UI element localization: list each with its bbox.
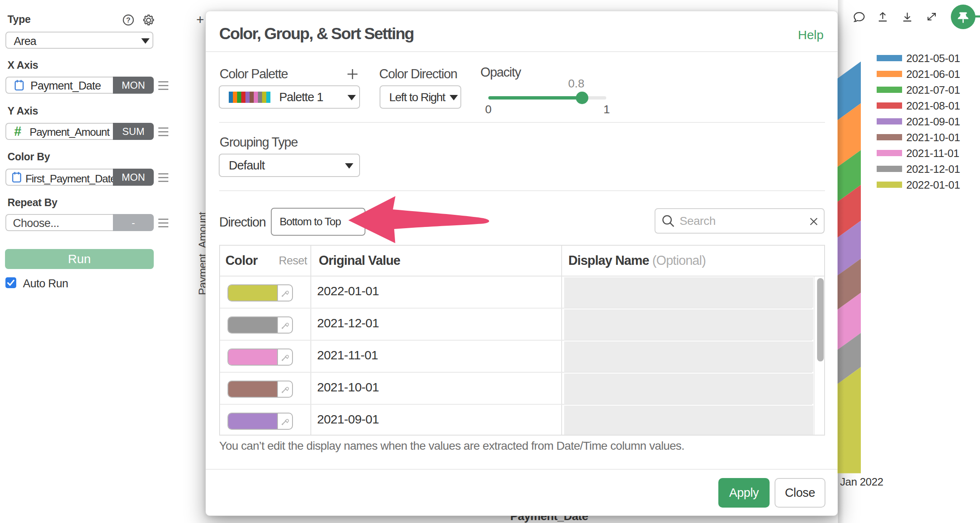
svg-text:?: ? — [126, 16, 130, 24]
